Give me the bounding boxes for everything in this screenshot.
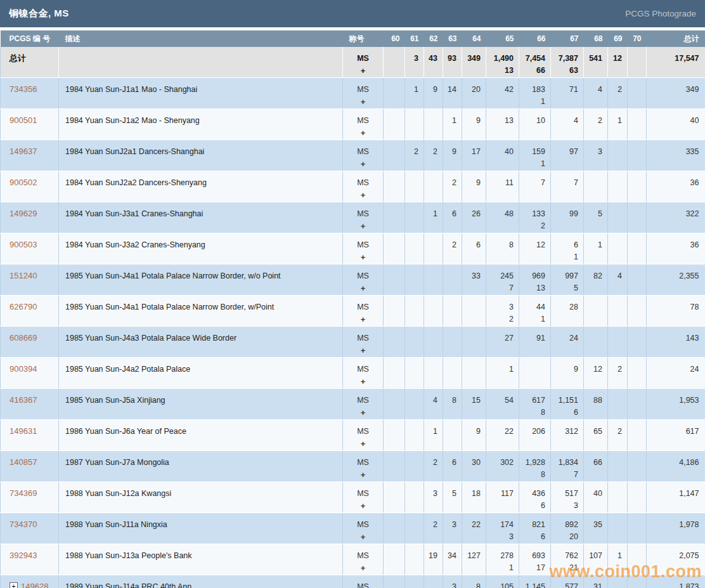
pcgs-number-link[interactable]: 900502: [10, 178, 37, 187]
grade-66-cell: 12: [519, 233, 551, 265]
designation-cell: MS+: [343, 47, 384, 78]
grade-68-cell: [584, 296, 608, 327]
grade-count: 183: [520, 83, 545, 96]
pcgs-number-link[interactable]: 734370: [10, 519, 37, 529]
designation-ms: MS: [344, 518, 382, 531]
grade-count: 1: [406, 83, 418, 96]
grade-66-cell: 6178: [519, 389, 551, 420]
designation-cell: MS+: [343, 202, 384, 233]
grade-65-cell: 2457: [486, 265, 519, 296]
designation-cell: MS+: [343, 358, 384, 389]
pcgs-number-link[interactable]: 149629: [10, 209, 37, 218]
pcgs-number-link[interactable]: 900503: [10, 240, 37, 249]
pcgs-number-link[interactable]: 900394: [10, 364, 37, 374]
grade-67-cell: 89220: [551, 513, 584, 544]
column-header-total: 总计: [647, 30, 705, 47]
table-row: 3929431988 Yuan Sun-J13a People's BankMS…: [1, 544, 705, 575]
pcgs-number-link[interactable]: 416367: [10, 395, 37, 405]
pcgs-number-link[interactable]: 734369: [10, 488, 37, 498]
grade-63-cell: [443, 420, 462, 451]
grade-plus-count: 13: [520, 282, 545, 294]
grade-70-cell: [628, 513, 647, 544]
grade-plus-count: 6: [520, 500, 545, 511]
expand-icon[interactable]: +: [10, 582, 18, 588]
grade-count: 1: [425, 425, 437, 438]
grade-count: 10: [520, 114, 545, 127]
pcgs-number-link[interactable]: 900501: [10, 115, 37, 125]
pcgs-number-link[interactable]: 149631: [10, 426, 37, 436]
designation-plus: +: [344, 158, 382, 170]
grade-70-cell: [628, 327, 647, 358]
grade-61-cell: 1: [405, 78, 424, 109]
designation-cell: MS+: [343, 265, 384, 296]
grade-65-cell: 1743: [486, 513, 519, 544]
pcgs-number-link[interactable]: 734356: [10, 84, 37, 94]
grade-count: 6: [444, 456, 456, 469]
grade-count: 13: [487, 114, 514, 127]
description-cell: 1984 Yuan Sun-J3a1 Cranes-Shanghai: [59, 202, 343, 233]
pcgs-number-link[interactable]: 392943: [10, 551, 37, 560]
grade-plus-count: 6: [520, 531, 545, 542]
designation-ms: MS: [344, 301, 382, 313]
grade-61-cell: [405, 451, 424, 482]
grade-count: 22: [487, 425, 514, 438]
grade-62-cell: 1: [424, 202, 443, 233]
row-total-cell: 1,147: [647, 482, 705, 513]
grade-count: 20: [463, 83, 481, 96]
grade-60-cell: [384, 544, 405, 575]
grade-61-cell: [405, 233, 424, 265]
column-header-grade-64: 64: [462, 30, 486, 47]
grade-count: 174: [487, 518, 514, 531]
designation-ms: MS: [344, 238, 382, 251]
section-header: 铜镍合金, MS PCGS Photograde: [0, 0, 705, 27]
designation-ms: MS: [344, 394, 382, 407]
grade-64-cell: 9: [462, 171, 486, 202]
grade-plus-count: 6: [552, 407, 578, 418]
grade-68-cell: 3: [584, 140, 608, 171]
grade-66-cell: 1,1453: [519, 575, 551, 588]
grade-count: 1: [585, 238, 602, 251]
grade-66-cell: 1332: [519, 202, 551, 233]
grade-count: 5: [585, 207, 602, 220]
grade-count: 9: [463, 176, 481, 189]
grade-count: 7,454: [520, 52, 545, 65]
grade-66-cell: 7,45466: [519, 47, 551, 78]
column-header-designation: 称号: [343, 30, 384, 47]
row-total: 617: [686, 427, 699, 436]
pcgs-number-link[interactable]: 626790: [10, 302, 37, 311]
pcgs-number-link[interactable]: 149628: [21, 582, 48, 588]
table-row: 9005021984 Yuan SunJ2a2 Dancers-Shenyang…: [1, 171, 705, 202]
coin-description: 1988 Yuan Sun-J11a Ningxia: [65, 520, 167, 529]
pcgs-number-link[interactable]: 151240: [10, 271, 37, 280]
section-title: 铜镍合金, MS: [9, 8, 69, 20]
grade-count: 9: [463, 425, 481, 438]
grade-count: 3: [444, 518, 456, 531]
grade-61-cell: [405, 171, 424, 202]
pcgs-number-cell: 151240: [1, 265, 59, 296]
grade-63-cell: [443, 327, 462, 358]
grade-count: 8: [463, 580, 481, 588]
grade-60-cell: [384, 389, 405, 420]
grade-63-cell: 6: [443, 202, 462, 233]
pcgs-photograde-link[interactable]: PCGS Photograde: [625, 9, 696, 18]
grade-64-cell: 349: [462, 47, 486, 78]
description-cell: 1985 Yuan Sun-J4a3 Potala Palace Wide Bo…: [59, 327, 343, 358]
pcgs-number-cell: 392943: [1, 544, 59, 575]
grade-count: 541: [585, 52, 602, 65]
grade-plus-count: 66: [520, 65, 545, 76]
grade-64-cell: 17: [462, 140, 486, 171]
row-total: 349: [686, 85, 699, 94]
table-row: 1408571987 Yuan Sun-J7a MongoliaMS+26303…: [1, 451, 705, 482]
pcgs-number-link[interactable]: 140857: [10, 457, 37, 467]
description-cell: 1988 Yuan Sun-J11a Ningxia: [59, 513, 343, 544]
table-row: 1496371984 Yuan SunJ2a1 Dancers-Shanghai…: [1, 140, 705, 171]
coin-description: 1985 Yuan Sun-J4a1 Potala Palace Narrow …: [65, 303, 274, 311]
coin-description: 1985 Yuan Sun-J4a1 Potala Palace Narrow …: [65, 271, 281, 280]
grade-64-cell: [462, 358, 486, 389]
grade-count: 2: [609, 363, 622, 376]
pcgs-number-link[interactable]: 149637: [10, 147, 37, 156]
designation-plus: +: [344, 531, 382, 543]
grade-68-cell: 4: [584, 78, 608, 109]
pcgs-number-link[interactable]: 608669: [10, 333, 37, 343]
grade-63-cell: 14: [443, 78, 462, 109]
